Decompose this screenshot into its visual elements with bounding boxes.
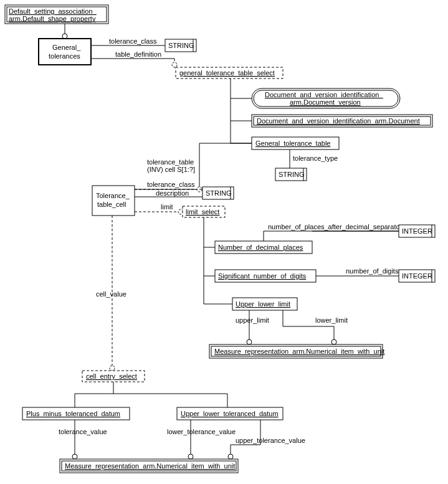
tolerance-type-label: tolerance_type <box>293 154 338 162</box>
tolerance-table-cell-box: Tolerance_ table_cell <box>92 186 135 216</box>
nodp-label: Number_of_decimal_places <box>218 244 303 251</box>
lower-limit-label: lower_limit <box>315 316 348 324</box>
string-box-3: STRING <box>203 187 234 199</box>
tolerance-class-label-2: tolerance_class <box>147 181 195 188</box>
snod-label: Significant_number_of_digits <box>218 272 307 280</box>
nodp-box: Number_of_decimal_places <box>215 241 312 254</box>
svg-point-68 <box>188 454 193 459</box>
svg-point-53 <box>331 339 336 344</box>
limit-select-box: limit_select <box>183 206 225 217</box>
tolerance-table-label-2: (INV) cell S[1:?] <box>147 166 195 173</box>
string-label-2: STRING <box>279 171 305 178</box>
nopads-label: number_of_places_after_decimal_separator <box>268 223 403 230</box>
limit-label: limit <box>161 203 173 211</box>
svg-point-57 <box>110 366 115 371</box>
description-label: description <box>156 189 189 197</box>
svg-point-52 <box>247 339 252 344</box>
doc-version-label-1: Document_and_version_identification_ <box>265 91 383 98</box>
doc-version-label-2: arm.Document_version <box>290 98 361 106</box>
string-box-2: STRING <box>275 168 307 181</box>
general-tolerances-label-2: tolerances <box>49 52 80 60</box>
pmtd-box: Plus_minus_toleranced_datum <box>22 407 130 420</box>
gtt-box: General_tolerance_table <box>252 137 339 149</box>
measure-box-1: Measure_representation_arm.Numerical_ite… <box>209 344 384 358</box>
upper-limit-label: upper_limit <box>236 316 269 324</box>
tolerance-value-label: tolerance_value <box>59 428 107 435</box>
ces-label: cell_entry_select <box>86 372 137 380</box>
default-setting-box: Default_setting_association_ arm.Default… <box>5 5 108 24</box>
table-definition-label: table_definition <box>115 50 161 58</box>
svg-point-69 <box>228 454 233 459</box>
string-box-1: STRING <box>165 39 196 52</box>
svg-rect-4 <box>39 39 91 65</box>
ces-box: cell_entry_select <box>82 371 145 382</box>
gtt-select-label: general_tolerance_table_select <box>179 69 275 77</box>
doc-box: Document_and_version_identification_arm.… <box>252 115 432 127</box>
measure-label-2: Measure_representation_arm.Numerical_ite… <box>65 462 235 470</box>
gtt-select-box: general_tolerance_table_select <box>176 67 283 78</box>
snod-box: Significant_number_of_digits <box>215 270 316 282</box>
tolerance-table-label-1: tolerance_table <box>147 158 194 166</box>
default-setting-label-1: Default_setting_association_ <box>9 7 97 15</box>
pmtd-label: Plus_minus_toleranced_datum <box>26 410 120 417</box>
integer-label-1: INTEGER <box>402 227 432 235</box>
ultd-box: Upper_lower_toleranced_datum <box>177 407 283 420</box>
doc-version-box: Document_and_version_identification_ arm… <box>252 88 400 108</box>
general-tolerances-box: General_ tolerances <box>39 39 91 65</box>
upper-tol-value-label: upper_tolerance_value <box>236 437 305 444</box>
tolerance-class-label-1: tolerance_class <box>109 37 157 45</box>
gtt-label: General_tolerance_table <box>255 140 330 147</box>
default-setting-label-2: arm.Default_shape_property <box>9 15 96 22</box>
integer-box-1: INTEGER <box>399 225 435 237</box>
ultd-label: Upper_lower_toleranced_datum <box>181 410 279 417</box>
limit-select-label: limit_select <box>186 208 219 216</box>
svg-point-66 <box>72 454 77 459</box>
ull-label: Upper_lower_limit <box>236 300 290 308</box>
lower-tol-value-label: lower_tolerance_value <box>167 428 236 435</box>
cell-value-label: cell_value <box>96 290 126 298</box>
string-label-3: STRING <box>206 189 232 197</box>
svg-point-10 <box>172 62 177 67</box>
general-tolerances-label-1: General_ <box>52 44 81 51</box>
ull-box: Upper_lower_limit <box>232 298 297 310</box>
ttc-label-2: table_cell <box>97 201 126 208</box>
measure-box-2: Measure_representation_arm.Numerical_ite… <box>60 459 238 473</box>
measure-label-1: Measure_representation_arm.Numerical_ite… <box>214 348 384 355</box>
integer-box-2: INTEGER <box>399 270 435 282</box>
nod-label: number_of_digits <box>346 267 399 275</box>
ttc-label-1: Tolerance_ <box>96 192 130 199</box>
doc-label: Document_and_version_identification_arm.… <box>257 117 420 125</box>
integer-label-2: INTEGER <box>402 272 432 280</box>
string-label-1: STRING <box>168 42 194 49</box>
svg-point-3 <box>62 34 67 39</box>
